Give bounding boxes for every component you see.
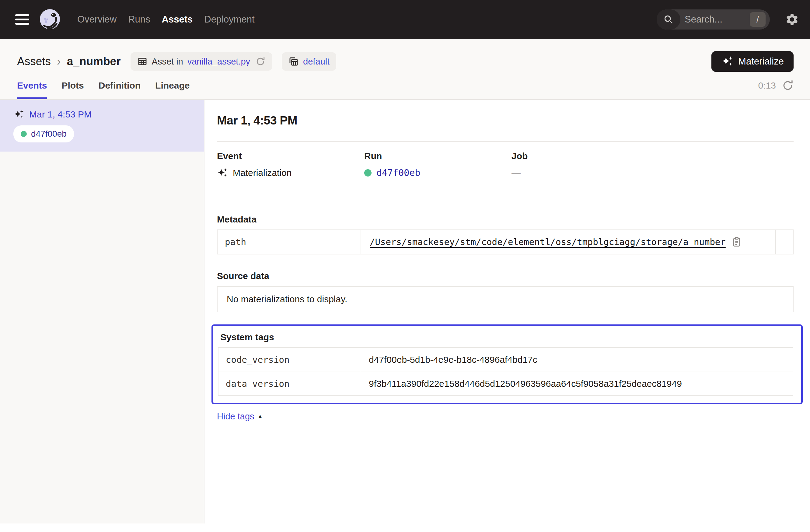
auto-refresh-control: 0:13	[758, 80, 794, 99]
breadcrumb-chevron-icon: ›	[57, 55, 61, 68]
table-row: code_version d47f00eb-5d1b-4e9e-b18c-489…	[218, 348, 793, 372]
event-column-label: Event	[217, 151, 364, 161]
job-column-label: Job	[512, 151, 794, 161]
divider	[217, 141, 794, 142]
search-shortcut-badge: /	[750, 12, 765, 27]
materialization-sparkles-icon	[217, 167, 228, 178]
hide-tags-toggle[interactable]: Hide tags ▲	[217, 412, 263, 421]
code-location-badge[interactable]: default	[282, 52, 336, 70]
dagster-logo[interactable]	[38, 7, 62, 32]
asset-definition-badge[interactable]: Asset in vanilla_asset.py	[131, 52, 272, 70]
breadcrumb-assets-link[interactable]: Assets	[17, 55, 51, 68]
system-tags-heading: System tags	[220, 332, 793, 342]
metadata-section: Metadata path /Users/smackesey/stm/code/…	[217, 214, 794, 255]
search-icon	[657, 10, 680, 30]
search-input[interactable]	[680, 14, 750, 25]
run-status-dot	[364, 169, 372, 177]
tab-plots[interactable]: Plots	[62, 80, 84, 99]
page-title: a_number	[67, 55, 121, 68]
table-row: data_version 9f3b411a390fd22e158d446d5d1…	[218, 372, 793, 396]
page-header: Assets › a_number Asset in vanilla_asset…	[0, 39, 810, 100]
table-row: path /Users/smackesey/stm/code/elementl/…	[217, 230, 793, 254]
hide-tags-label: Hide tags	[217, 412, 254, 421]
tag-key: data_version	[218, 372, 360, 396]
system-tags-section-highlighted: System tags code_version d47f00eb-5d1b-4…	[211, 324, 803, 404]
primary-nav: Overview Runs Assets Deployment	[77, 14, 255, 25]
tab-lineage[interactable]: Lineage	[155, 80, 190, 99]
system-tags-table: code_version d47f00eb-5d1b-4e9e-b18c-489…	[218, 347, 793, 396]
job-empty-value: —	[512, 167, 521, 178]
event-detail-panel: Mar 1, 4:53 PM Event Materialization	[205, 100, 810, 523]
sparkles-icon	[721, 55, 733, 68]
refresh-icon[interactable]	[782, 80, 794, 91]
event-type-value: Materialization	[233, 168, 292, 178]
global-search[interactable]: /	[657, 10, 770, 30]
metadata-table: path /Users/smackesey/stm/code/elementl/…	[217, 229, 794, 255]
tab-definition[interactable]: Definition	[99, 80, 141, 99]
empty-message: No materializations to display.	[227, 294, 347, 304]
materialize-label: Materialize	[738, 56, 784, 67]
run-column-label: Run	[364, 151, 512, 161]
reload-definition-icon[interactable]	[256, 57, 265, 66]
event-list-item-selected[interactable]: Mar 1, 4:53 PM d47f00eb	[0, 100, 204, 151]
materialization-sparkles-icon	[13, 109, 25, 120]
run-status-dot	[21, 131, 27, 137]
nav-item-deployment[interactable]: Deployment	[204, 14, 254, 25]
breadcrumb: Assets › a_number Asset in vanilla_asset…	[17, 39, 794, 73]
caret-up-icon: ▲	[257, 413, 263, 420]
refresh-countdown: 0:13	[758, 80, 776, 91]
metadata-heading: Metadata	[217, 214, 794, 225]
run-id-link[interactable]: d47f00eb	[376, 167, 421, 178]
code-location-link[interactable]: default	[303, 57, 329, 67]
nav-item-runs[interactable]: Runs	[128, 14, 150, 25]
event-detail-title: Mar 1, 4:53 PM	[217, 114, 794, 127]
events-sidebar: Mar 1, 4:53 PM d47f00eb	[0, 100, 205, 523]
event-summary-columns: Event Materialization Run d	[217, 151, 794, 178]
asset-tabs: Events Plots Definition Lineage 0:13	[17, 80, 794, 99]
materialize-button[interactable]: Materialize	[711, 51, 794, 72]
path-value-link[interactable]: /Users/smackesey/stm/code/elementl/oss/t…	[370, 237, 726, 247]
table-row-spacer-cell	[775, 230, 793, 254]
tag-key: code_version	[218, 348, 360, 372]
asset-file-link[interactable]: vanilla_asset.py	[188, 57, 250, 67]
event-timestamp-link[interactable]: Mar 1, 4:53 PM	[29, 109, 92, 119]
workspace-icon	[289, 56, 299, 67]
tag-value: d47f00eb-5d1b-4e9e-b18c-4896af4bd17c	[369, 355, 537, 365]
run-id-chip[interactable]: d47f00eb	[13, 125, 74, 142]
hamburger-menu-icon[interactable]	[15, 14, 29, 25]
tab-events[interactable]: Events	[17, 80, 47, 99]
run-id-label: d47f00eb	[31, 129, 67, 139]
source-data-heading: Source data	[217, 271, 794, 281]
nav-item-assets[interactable]: Assets	[162, 14, 193, 25]
tag-value: 9f3b411a390fd22e158d446d5d12504963596aa6…	[369, 378, 682, 389]
top-nav: Overview Runs Assets Deployment /	[0, 0, 810, 39]
asset-in-label: Asset in	[152, 57, 183, 67]
source-data-section: Source data No materializations to displ…	[217, 271, 794, 312]
copy-to-clipboard-icon[interactable]	[731, 237, 742, 247]
nav-item-overview[interactable]: Overview	[77, 14, 116, 25]
metadata-key: path	[217, 230, 361, 254]
table-grid-icon	[137, 56, 148, 67]
settings-gear-icon[interactable]	[785, 13, 799, 27]
source-data-empty-state: No materializations to display.	[217, 286, 794, 312]
